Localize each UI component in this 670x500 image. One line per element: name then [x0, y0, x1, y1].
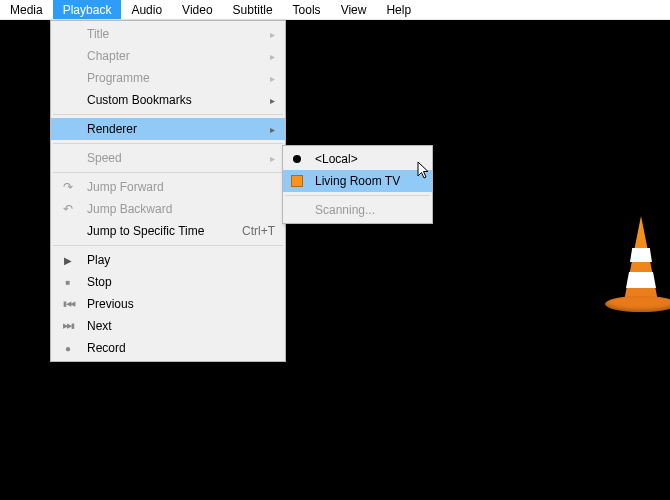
menuitem-renderer[interactable]: Renderer▸ [51, 118, 285, 140]
menu-tools[interactable]: Tools [283, 0, 331, 19]
menuitem-jump-to-time[interactable]: Jump to Specific TimeCtrl+T [51, 220, 285, 242]
menuitem-jump-forward[interactable]: ↷Jump Forward [51, 176, 285, 198]
menu-playback[interactable]: Playback [53, 0, 122, 19]
radio-dot-icon [293, 155, 301, 163]
menu-video[interactable]: Video [172, 0, 222, 19]
submenu-arrow-icon: ▸ [270, 51, 275, 62]
menuitem-custom-bookmarks[interactable]: Custom Bookmarks▸ [51, 89, 285, 111]
play-icon: ▶ [61, 255, 75, 266]
menu-separator [53, 245, 283, 246]
menuitem-chapter[interactable]: Chapter▸ [51, 45, 285, 67]
submenu-arrow-icon: ▸ [270, 73, 275, 84]
renderer-option-living-room-tv[interactable]: Living Room TV [283, 170, 432, 192]
renderer-device-icon [291, 175, 303, 187]
menu-separator [53, 114, 283, 115]
menuitem-next[interactable]: ▶▶▮Next [51, 315, 285, 337]
menu-separator [53, 172, 283, 173]
menu-subtitle[interactable]: Subtitle [223, 0, 283, 19]
stop-icon: ■ [61, 278, 75, 287]
previous-icon: ▮◀◀ [61, 300, 75, 308]
menuitem-previous[interactable]: ▮◀◀Previous [51, 293, 285, 315]
menu-view[interactable]: View [331, 0, 377, 19]
menuitem-record[interactable]: ●Record [51, 337, 285, 359]
menuitem-play[interactable]: ▶Play [51, 249, 285, 271]
renderer-option-local[interactable]: <Local> [283, 148, 432, 170]
menu-media[interactable]: Media [0, 0, 53, 19]
renderer-submenu: <Local> Living Room TV Scanning... [282, 145, 433, 224]
menuitem-speed[interactable]: Speed▸ [51, 147, 285, 169]
menu-separator [285, 195, 430, 196]
jump-forward-icon: ↷ [61, 180, 75, 194]
playback-dropdown: Title▸ Chapter▸ Programme▸ Custom Bookma… [50, 20, 286, 362]
jump-backward-icon: ↶ [61, 202, 75, 216]
next-icon: ▶▶▮ [61, 322, 75, 330]
menuitem-programme[interactable]: Programme▸ [51, 67, 285, 89]
menuitem-title[interactable]: Title▸ [51, 23, 285, 45]
shortcut-label: Ctrl+T [242, 224, 275, 238]
renderer-scanning: Scanning... [283, 199, 432, 221]
menuitem-jump-backward[interactable]: ↶Jump Backward [51, 198, 285, 220]
record-icon: ● [61, 343, 75, 354]
submenu-arrow-icon: ▸ [270, 95, 275, 106]
menu-help[interactable]: Help [376, 0, 421, 19]
submenu-arrow-icon: ▸ [270, 124, 275, 135]
menubar: Media Playback Audio Video Subtitle Tool… [0, 0, 670, 20]
menuitem-stop[interactable]: ■Stop [51, 271, 285, 293]
submenu-arrow-icon: ▸ [270, 29, 275, 40]
menu-separator [53, 143, 283, 144]
submenu-arrow-icon: ▸ [270, 153, 275, 164]
vlc-cone-logo [605, 208, 670, 312]
menu-audio[interactable]: Audio [121, 0, 172, 19]
